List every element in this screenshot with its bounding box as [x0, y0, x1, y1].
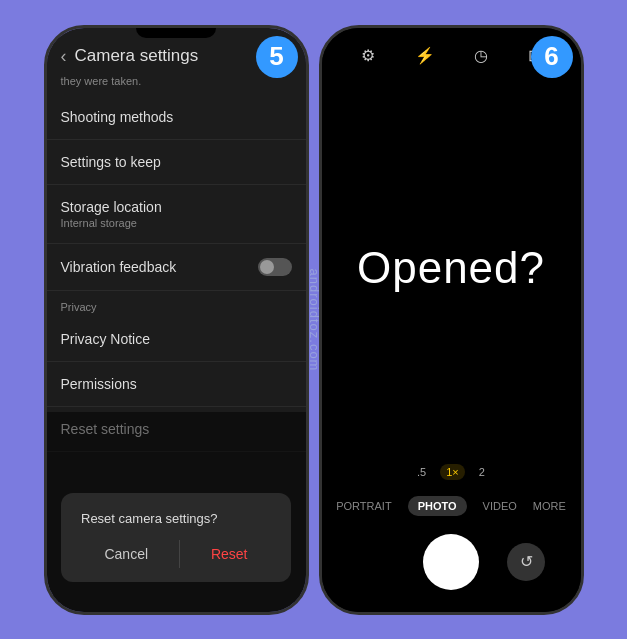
timer-icon[interactable]: ◷: [474, 46, 488, 65]
step-badge-right: 6: [531, 36, 573, 78]
settings-to-keep-item[interactable]: Settings to keep: [47, 140, 306, 185]
flash-icon[interactable]: ⚡: [415, 46, 435, 65]
mode-portrait[interactable]: PORTRAIT: [336, 500, 391, 512]
privacy-notice-label: Privacy Notice: [61, 331, 292, 347]
dialog-divider: [179, 540, 180, 568]
settings-screen: ‹ Camera settings they were taken. Shoot…: [47, 28, 306, 612]
privacy-section-header: Privacy: [47, 291, 306, 317]
opened-text: Opened?: [357, 243, 545, 293]
privacy-notice-item[interactable]: Privacy Notice: [47, 317, 306, 362]
reset-button[interactable]: Reset: [195, 540, 264, 568]
zoom-0.5[interactable]: .5: [417, 466, 426, 478]
vibration-feedback-item[interactable]: Vibration feedback: [47, 244, 306, 291]
settings-subtitle: they were taken.: [47, 75, 306, 95]
storage-location-label: Storage location: [61, 199, 292, 215]
zoom-2[interactable]: 2: [479, 466, 485, 478]
vibration-feedback-label: Vibration feedback: [61, 259, 177, 275]
main-container: androidtoz.com 5 ‹ Camera settings they …: [0, 0, 627, 639]
back-arrow-icon[interactable]: ‹: [61, 46, 67, 67]
camera-bottom-row: ↺: [322, 524, 581, 612]
cancel-button[interactable]: Cancel: [88, 540, 164, 568]
settings-to-keep-label: Settings to keep: [61, 154, 292, 170]
phone-notch-left: [136, 28, 216, 38]
dialog-overlay: Reset camera settings? Cancel Reset: [47, 412, 306, 612]
camera-main: Opened?: [322, 73, 581, 464]
flip-camera-button[interactable]: ↺: [507, 543, 545, 581]
zoom-1x[interactable]: 1×: [440, 464, 465, 480]
shooting-methods-label: Shooting methods: [61, 109, 292, 125]
settings-title: Camera settings: [75, 46, 199, 66]
settings-icon[interactable]: ⚙: [361, 46, 375, 65]
storage-location-item[interactable]: Storage location Internal storage: [47, 185, 306, 244]
dialog-buttons: Cancel Reset: [81, 540, 271, 568]
permissions-label: Permissions: [61, 376, 292, 392]
phone-left: 5 ‹ Camera settings they were taken. Sho…: [44, 25, 309, 615]
camera-mode-row: PORTRAIT PHOTO VIDEO MORE: [322, 488, 581, 524]
phone-notch-right: [411, 28, 491, 38]
shooting-methods-item[interactable]: Shooting methods: [47, 95, 306, 140]
permissions-item[interactable]: Permissions: [47, 362, 306, 407]
flip-icon: ↺: [520, 552, 533, 571]
vibration-toggle[interactable]: [258, 258, 292, 276]
storage-location-sublabel: Internal storage: [61, 217, 292, 229]
mode-more[interactable]: MORE: [533, 500, 566, 512]
camera-zoom-row: .5 1× 2: [322, 464, 581, 488]
phone-right: 6 ⚙ ⚡ ◷ ⊡ Opened? .5 1× 2 PORTRAIT: [319, 25, 584, 615]
dialog-title: Reset camera settings?: [81, 511, 271, 526]
gallery-placeholder: [357, 543, 395, 581]
mode-photo[interactable]: PHOTO: [408, 496, 467, 516]
camera-screen: ⚙ ⚡ ◷ ⊡ Opened? .5 1× 2 PORTRAIT PHOTO V…: [322, 28, 581, 612]
step-badge-left: 5: [256, 36, 298, 78]
shutter-button[interactable]: [423, 534, 479, 590]
mode-video[interactable]: VIDEO: [483, 500, 517, 512]
dialog-box: Reset camera settings? Cancel Reset: [61, 493, 291, 582]
